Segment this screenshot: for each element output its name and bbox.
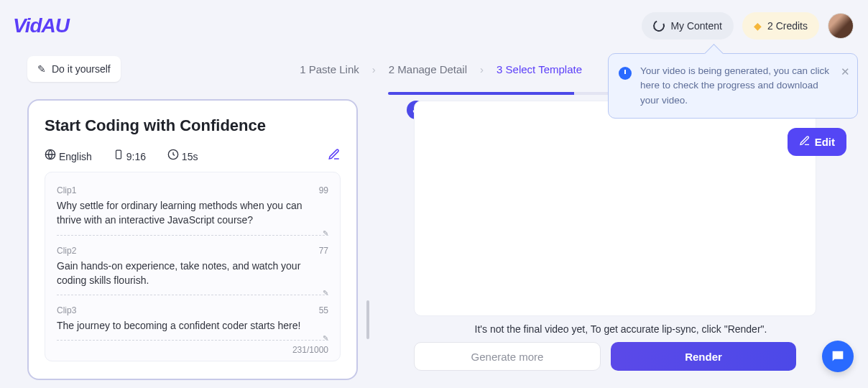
script-editor-card: Start Coding with Confidence English 9:1… [27,99,358,380]
step-paste-link[interactable]: 1 Paste Link [300,63,359,75]
diy-label: Do it yourself [52,63,111,75]
generate-more-button[interactable]: Generate more [414,342,601,371]
clip-text[interactable]: Gain hands-on experience, take notes, an… [57,259,328,288]
globe-icon [45,151,59,162]
pen-icon [799,135,811,149]
pen-icon: ✎ [37,63,46,75]
avatar[interactable] [828,13,854,39]
duration-chip[interactable]: 15s [167,149,198,162]
credits-button[interactable]: ◆ 2 Credits [742,12,819,40]
render-button[interactable]: Render [611,342,796,371]
clips-container: Clip1 99 Why settle for ordinary learnin… [45,172,341,361]
clip-text[interactable]: The journey to becoming a confident code… [57,318,328,333]
diamond-icon: ◆ [754,20,762,32]
chevron-icon: › [480,63,484,75]
aspect-ratio-chip[interactable]: 9:16 [114,149,146,162]
action-buttons: Generate more Render [414,342,796,371]
generation-toast[interactable]: Your video is being generated, you can c… [608,53,858,119]
chat-icon [830,348,846,364]
video-title: Start Coding with Confidence [45,116,341,135]
clip-divider [57,340,328,341]
step-select-template[interactable]: 3 Select Template [497,63,582,75]
video-preview-placeholder[interactable] [414,101,816,316]
header: VidAU My Content ◆ 2 Credits [0,0,868,52]
video-meta-row: English 9:16 15s [45,148,341,163]
edit-meta-button[interactable] [328,148,341,163]
clip-item[interactable]: Clip2 77 Gain hands-on experience, take … [57,237,328,297]
scrollbar-indicator[interactable] [366,300,369,339]
my-content-label: My Content [670,20,722,32]
clip-label: Clip2 [57,246,76,256]
clip-remaining: 77 [319,246,328,256]
credits-label: 2 Credits [767,20,808,32]
clock-icon [167,151,182,162]
refresh-icon [652,19,667,34]
clip-item[interactable]: Clip1 99 Why settle for ordinary learnin… [57,177,328,237]
logo[interactable]: VidAU [13,14,69,37]
step-breadcrumb: 1 Paste Link › 2 Manage Detail › 3 Selec… [300,63,582,75]
header-right: My Content ◆ 2 Credits [642,12,854,40]
preview-column: ✓ It's not the final video yet, To get a… [388,92,854,382]
toast-text: Your video is being generated, you can c… [640,65,829,106]
phone-icon [114,151,126,162]
render-hint: It's not the final video yet, To get acc… [388,323,854,335]
my-content-button[interactable]: My Content [642,12,734,40]
clip-text[interactable]: Why settle for ordinary learning methods… [57,198,328,228]
clip-label: Clip3 [57,305,76,315]
clip-divider [57,235,328,236]
svg-rect-1 [116,150,121,159]
edit-video-button[interactable]: Edit [788,128,846,156]
char-counter: 231/1000 [57,345,328,355]
clock-icon [619,67,632,80]
chat-launcher-button[interactable] [822,341,854,372]
close-icon[interactable]: ✕ [841,64,850,80]
clip-remaining: 99 [319,185,328,195]
chevron-icon: › [372,63,376,75]
clip-label: Clip1 [57,185,76,195]
language-chip[interactable]: English [45,149,92,162]
do-it-yourself-button[interactable]: ✎ Do it yourself [27,56,121,82]
clip-item[interactable]: Clip3 55 The journey to becoming a confi… [57,297,328,342]
clip-remaining: 55 [319,305,328,315]
step-manage-detail[interactable]: 2 Manage Detail [389,63,467,75]
clip-divider [57,295,328,295]
